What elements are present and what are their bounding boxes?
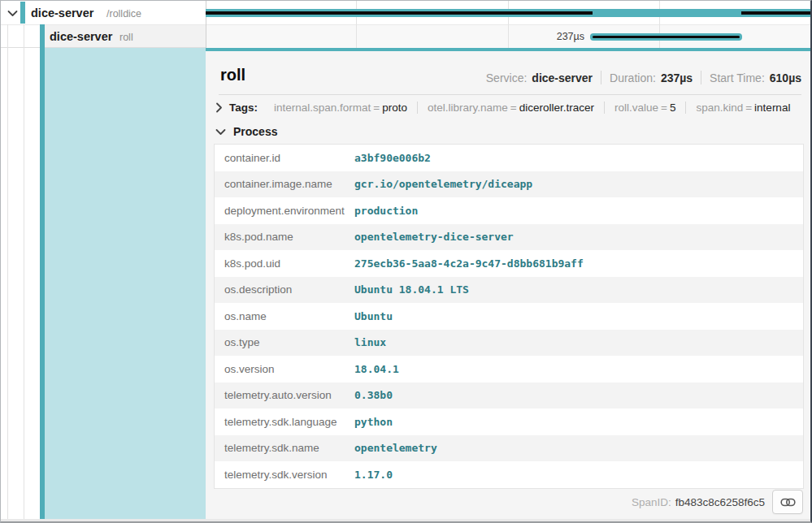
table-row: os.typelinux xyxy=(215,330,803,357)
tag-equals: = xyxy=(508,102,519,114)
table-row: telemetry.sdk.nameopentelemetry xyxy=(215,435,803,462)
tag-item: span.kind=internal xyxy=(685,102,800,114)
process-value: opentelemetry xyxy=(354,442,437,454)
table-row: k8s.pod.nameopentelemetry-dice-server xyxy=(215,224,803,251)
bottom-strip xyxy=(1,519,810,521)
tag-equals: = xyxy=(658,102,670,114)
process-value: Ubuntu 18.04.1 LTS xyxy=(354,283,469,296)
process-value: 1.17.0 xyxy=(354,469,393,481)
table-row: container.ida3bf90e006b2 xyxy=(215,145,803,171)
tag-value: internal xyxy=(754,102,790,114)
span-operation-name[interactable]: /rolldice xyxy=(106,8,141,19)
service-color-bar xyxy=(20,2,25,24)
table-row: os.nameUbuntu xyxy=(215,303,803,330)
start-time-label: Start Time: xyxy=(710,71,765,84)
spanid-value: fb483c8c6258f6c5 xyxy=(675,496,765,508)
table-row: telemetry.sdk.version1.17.0 xyxy=(215,461,803,488)
process-key: telemetry.sdk.language xyxy=(215,416,354,428)
tag-value: diceroller.tracer xyxy=(519,102,594,114)
selected-span-tint-block xyxy=(45,48,206,519)
span-detail-footer: SpanID: fb483c8c6258f6c5 xyxy=(632,490,803,514)
jaeger-trace-span-detail-view: dice-server /rolldice dice-server roll 2… xyxy=(0,0,812,523)
tree-indent-guide xyxy=(7,24,8,519)
tag-key: internal.span.format xyxy=(274,102,371,114)
process-key: deployment.environment xyxy=(215,205,354,217)
process-key: telemetry.sdk.name xyxy=(215,442,354,454)
table-row: os.descriptionUbuntu 18.04.1 LTS xyxy=(215,277,803,304)
tag-item: otel.library.name=diceroller.tracer xyxy=(417,102,604,114)
chevron-right-icon xyxy=(215,102,223,113)
span-service-name[interactable]: dice-server xyxy=(31,6,93,19)
process-value: 0.38b0 xyxy=(354,389,393,401)
span-bar-self-time-segment xyxy=(741,11,812,15)
process-value: Ubuntu xyxy=(354,310,393,322)
process-value: opentelemetry-dice-server xyxy=(354,231,514,243)
tag-key: otel.library.name xyxy=(428,102,508,114)
process-value: linux xyxy=(354,336,386,348)
process-key: k8s.pod.name xyxy=(215,231,354,243)
name-column-resize-divider[interactable] xyxy=(206,1,206,48)
span-detail-meta: Service: dice-server Duration: 237µs Sta… xyxy=(486,71,801,84)
process-section-toggle[interactable]: Process xyxy=(215,123,277,140)
duration-label: Duration: xyxy=(610,71,656,84)
tag-value: 5 xyxy=(670,102,676,114)
span-service-name[interactable]: dice-server xyxy=(50,30,112,43)
tree-indent-guide xyxy=(24,24,24,519)
tag-key: roll.value xyxy=(614,102,658,114)
spanid-label: SpanID: xyxy=(632,496,671,508)
copy-span-link-button[interactable] xyxy=(772,490,803,514)
process-key: os.name xyxy=(215,310,354,322)
process-value: gcr.io/opentelemetry/diceapp xyxy=(354,178,532,190)
process-key: telemetry.sdk.version xyxy=(215,469,354,481)
tags-section-toggle[interactable]: Tags: internal.span.format=proto otel.li… xyxy=(215,97,800,118)
process-key: container.image.name xyxy=(215,178,354,190)
tag-equals: = xyxy=(371,102,382,114)
tag-summary-list: internal.span.format=proto otel.library.… xyxy=(264,102,800,114)
span-operation-name[interactable]: roll xyxy=(119,32,133,43)
timeline-gridline xyxy=(659,1,660,48)
table-row: telemetry.sdk.languagepython xyxy=(215,408,803,435)
process-key: os.description xyxy=(215,283,354,296)
process-value: python xyxy=(354,416,393,428)
meta-separator xyxy=(601,71,601,84)
tag-equals: = xyxy=(743,102,754,114)
table-row: telemetry.auto.version0.38b0 xyxy=(215,383,803,409)
tag-item: internal.span.format=proto xyxy=(264,102,417,114)
process-key: os.type xyxy=(215,336,354,348)
process-value: 18.04.1 xyxy=(354,363,399,375)
process-value: production xyxy=(354,205,418,217)
link-icon xyxy=(780,497,796,508)
process-value: 275ecb36-5aa8-4c2a-9c47-d8bb681b9aff xyxy=(354,257,584,270)
process-label: Process xyxy=(233,125,277,138)
chevron-down-icon xyxy=(215,128,226,136)
tag-key: span.kind xyxy=(696,102,743,114)
span-bar-roll-inner-stripe xyxy=(593,36,740,38)
tag-item: roll.value=5 xyxy=(604,102,685,114)
service-value: dice-server xyxy=(532,71,593,84)
table-row: os.version18.04.1 xyxy=(215,356,803,383)
table-row: k8s.pod.uid275ecb36-5aa8-4c2a-9c47-d8bb6… xyxy=(215,250,803,277)
process-key: os.version xyxy=(215,363,354,375)
span-duration-label: 237µs xyxy=(487,31,584,42)
tags-label: Tags: xyxy=(229,102,258,114)
span-detail-panel: roll Service: dice-server Duration: 237µ… xyxy=(206,48,812,519)
table-row: deployment.environmentproduction xyxy=(215,197,803,224)
process-key: k8s.pod.uid xyxy=(215,257,354,270)
process-key-value-table: container.ida3bf90e006b2 container.image… xyxy=(214,144,804,489)
span-bar-self-time-segment xyxy=(206,11,593,15)
row-divider-line xyxy=(1,24,810,25)
tag-value: proto xyxy=(382,102,407,114)
process-key: telemetry.auto.version xyxy=(215,389,354,401)
start-time-value: 610µs xyxy=(770,71,801,84)
service-label: Service: xyxy=(486,71,528,84)
process-key: container.id xyxy=(215,152,354,164)
duration-value: 237µs xyxy=(661,71,693,84)
timeline-gridline xyxy=(356,1,357,48)
span-detail-title: roll xyxy=(220,66,245,84)
table-row: container.image.namegcr.io/opentelemetry… xyxy=(215,171,803,198)
collapse-chevron-down-icon[interactable] xyxy=(7,10,18,17)
header-divider-rule xyxy=(219,94,801,95)
process-value: a3bf90e006b2 xyxy=(354,152,431,164)
meta-separator xyxy=(701,71,701,84)
